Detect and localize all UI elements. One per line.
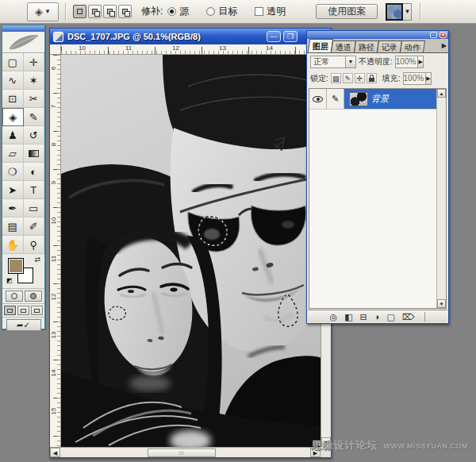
minimize-button[interactable]: — — [267, 31, 281, 42]
lasso-icon: ∿ — [8, 75, 17, 87]
default-colors-icon[interactable]: ◩ — [6, 277, 13, 284]
chevron-down-icon: ▼ — [44, 8, 51, 15]
separator — [420, 3, 421, 21]
jump-to-imageready-button[interactable]: ➦✓ — [6, 319, 41, 331]
layer-style-icon[interactable]: ◎ — [330, 311, 338, 322]
blend-mode-select[interactable]: 正常 ▼ — [310, 56, 356, 68]
pen-tool[interactable]: ✒ — [2, 199, 24, 218]
fill-label: 填充: — [382, 73, 401, 84]
destination-radio[interactable]: 目标 — [206, 5, 237, 18]
separator — [65, 3, 67, 21]
chevron-right-icon: ▶ — [417, 56, 422, 67]
notes-tool[interactable]: ▤ — [2, 218, 24, 236]
panel-title-bar[interactable]: — ✕ — [307, 31, 448, 39]
layer-thumbnail[interactable] — [349, 92, 368, 106]
swap-colors-icon[interactable]: ⇄ — [34, 256, 40, 264]
new-layer-group-icon[interactable]: ⊟ — [360, 311, 367, 322]
shape-tool[interactable]: ▭ — [24, 199, 45, 218]
add-to-selection-icon[interactable] — [88, 5, 102, 18]
eraser-tool[interactable]: ▱ — [2, 144, 24, 163]
move-icon: ✛ — [29, 56, 38, 68]
new-adjustment-layer-icon[interactable]: ◑ — [374, 311, 380, 322]
transparent-checkbox[interactable]: 透明 — [255, 5, 286, 18]
image-canvas[interactable] — [61, 55, 321, 447]
lock-transparency-icon[interactable]: ▨ — [331, 73, 341, 83]
type-tool[interactable]: T — [24, 181, 45, 199]
maximize-button[interactable]: ❐ — [283, 31, 298, 42]
lasso-tool[interactable]: ∿ — [2, 71, 24, 90]
blur-tool[interactable]: ❍ — [2, 163, 24, 181]
horizontal-scrollbar[interactable]: ◀ ||| ▶ — [50, 447, 321, 457]
ruler-number: 7 — [50, 101, 57, 112]
fullscreen-menubar-button[interactable] — [17, 306, 29, 315]
ruler-number: 11 — [50, 253, 57, 264]
pattern-swatch[interactable] — [386, 3, 403, 21]
intersect-selection-icon[interactable] — [118, 5, 132, 18]
patch-tool-preset[interactable]: ◈ ▼ — [27, 2, 59, 21]
rectangular-marquee-tool[interactable]: ▢ — [2, 53, 24, 71]
tab-通道[interactable]: 通道 — [331, 40, 356, 52]
layer-visibility-toggle[interactable] — [309, 89, 327, 109]
scroll-down-icon[interactable]: ▼ — [437, 299, 446, 308]
layer-list: ✎背景 ▲ ▼ — [309, 88, 447, 309]
patch-tool-icon: ◈ — [35, 6, 43, 17]
tab-动作[interactable]: 动作 — [400, 40, 425, 52]
subtract-from-selection-icon[interactable] — [103, 5, 117, 18]
tab-图层[interactable]: 图层 — [308, 39, 333, 52]
tab-记录[interactable]: 记录 — [377, 40, 402, 52]
new-selection-icon[interactable] — [73, 5, 86, 18]
zoom-tool[interactable]: ⚲ — [24, 236, 45, 254]
opacity-label: 不透明度: — [359, 56, 393, 67]
file-type-icon — [53, 32, 63, 42]
history-brush-tool[interactable]: ↺ — [24, 126, 45, 144]
active-layer-indicator: ✎ — [327, 89, 344, 109]
toolbox-title-strip[interactable] — [2, 25, 44, 32]
delete-layer-icon[interactable]: ⌦ — [402, 311, 415, 322]
lock-all-icon[interactable] — [367, 73, 377, 83]
crop-tool[interactable]: ⊡ — [2, 90, 24, 108]
standard-screen-button[interactable] — [4, 306, 16, 315]
color-swatches: ⇄ ◩ — [2, 254, 44, 289]
move-tool[interactable]: ✛ — [24, 53, 45, 71]
add-layer-mask-icon[interactable]: ◧ — [344, 311, 352, 322]
horizontal-ruler: 101112131415 — [61, 44, 321, 55]
dodge-tool[interactable]: ◐ — [24, 163, 45, 181]
panel-minimize-button[interactable]: — — [430, 32, 437, 38]
panel-scrollbar[interactable]: ▲ ▼ — [436, 89, 446, 308]
use-pattern-button[interactable]: 使用图案 — [316, 4, 378, 19]
fill-input[interactable]: 100% ▶ — [403, 72, 432, 85]
patch-tool[interactable]: ◈ — [2, 108, 24, 126]
layer-row[interactable]: ✎背景 — [309, 89, 446, 110]
lock-fill-row: 锁定: ▨✎✛ 填充: 100% ▶ — [307, 70, 448, 87]
gradient-tool[interactable] — [24, 144, 45, 163]
quick-mask-mode-button[interactable] — [25, 291, 42, 302]
scroll-left-icon[interactable]: ◀ — [50, 448, 60, 457]
eyedropper-icon: ✐ — [29, 221, 38, 233]
clone-stamp-tool[interactable]: ♟ — [2, 126, 24, 144]
patch-icon: ◈ — [9, 111, 17, 123]
hand-tool[interactable]: ✋ — [2, 236, 24, 254]
pattern-dropdown-arrow[interactable]: ▼ — [403, 3, 412, 21]
scroll-up-icon[interactable]: ▲ — [437, 89, 446, 98]
layer-name[interactable]: 背景 — [371, 89, 432, 109]
panel-menu-arrow-icon[interactable]: ▶ — [442, 42, 447, 49]
brush-tool[interactable]: ✎ — [24, 108, 45, 126]
magic-wand-tool[interactable]: ✶ — [24, 71, 45, 90]
mask-mode-row — [2, 289, 44, 304]
standard-mode-button[interactable] — [6, 291, 23, 302]
foreground-color-swatch[interactable] — [8, 258, 24, 274]
ruler-corner — [50, 44, 61, 55]
source-radio[interactable]: 源 — [167, 5, 189, 18]
scrollbar-thumb[interactable]: ||| — [148, 449, 216, 457]
fullscreen-button[interactable] — [31, 306, 43, 315]
eyedropper-tool[interactable]: ✐ — [24, 218, 45, 236]
path-selection-tool[interactable]: ➤ — [2, 181, 24, 199]
magic-wand-icon: ✶ — [29, 75, 38, 87]
opacity-input[interactable]: 100% ▶ — [395, 56, 424, 68]
tab-路径[interactable]: 路径 — [354, 40, 379, 52]
slice-tool[interactable]: ✂ — [24, 90, 45, 108]
panel-close-button[interactable]: ✕ — [440, 32, 447, 38]
lock-position-icon[interactable]: ✛ — [355, 73, 365, 83]
lock-pixels-icon[interactable]: ✎ — [343, 73, 353, 83]
new-layer-icon[interactable]: ▢ — [386, 311, 394, 322]
